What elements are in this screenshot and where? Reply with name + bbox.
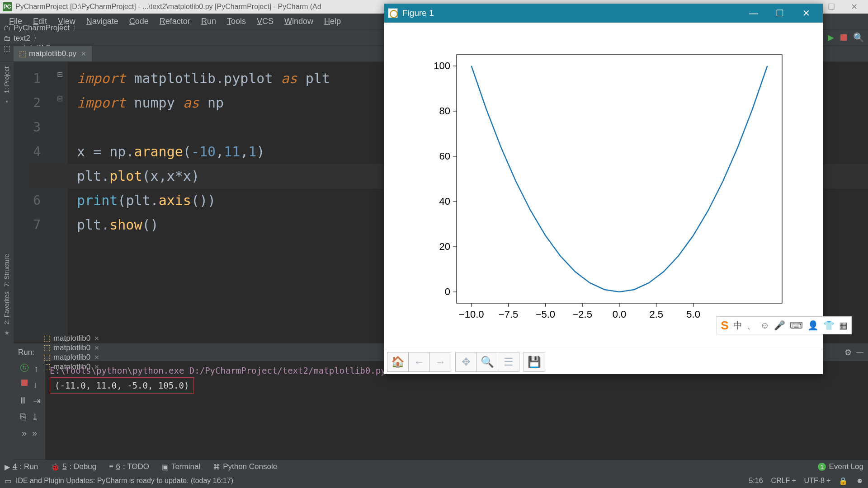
run-console[interactable]: E:\Tools\python\python.exe D:/PyCharmPro… [45, 361, 868, 460]
folder-icon: 🗀 [4, 34, 11, 42]
ime-item[interactable]: 中 [733, 319, 742, 332]
svg-text:40: 40 [439, 196, 450, 207]
tool-project-tab[interactable]: 1: Project [3, 66, 10, 93]
bottom-tab-terminal[interactable]: ▣Terminal [162, 462, 200, 471]
close-tab-icon[interactable]: ✕ [81, 50, 86, 57]
bottom-tab-run[interactable]: ▶4: Run [5, 462, 38, 471]
close-icon[interactable]: ✕ [94, 335, 99, 342]
close-icon[interactable]: ✕ [94, 354, 99, 361]
ime-item[interactable]: ⌨ [790, 320, 803, 331]
tab-icon: 🐞 [51, 463, 60, 471]
tab-icon: ▣ [162, 463, 169, 471]
search-everywhere-icon[interactable]: 🔍 [853, 32, 864, 43]
line-number: 3 [14, 115, 41, 140]
svg-rect-0 [457, 55, 782, 303]
bottom-tab-pythonconsole[interactable]: ⌘Python Console [213, 462, 277, 471]
more-icon[interactable]: » [32, 428, 37, 438]
run-side-toolbar: ↻ ↑ ↓ ⏸ ⇥ ⎘ ⤓ » » [14, 361, 45, 460]
run-config-tab[interactable]: ⬚matplotlib0✕ [43, 333, 99, 343]
down-arrow-icon[interactable]: ↓ [33, 380, 38, 390]
tool-favorites-tab[interactable]: 2: Favorites [3, 291, 10, 324]
zoom-icon[interactable]: 🔍 [476, 352, 498, 372]
figure-titlebar[interactable]: Figure 1 — ☐ ✕ [384, 4, 823, 23]
run-config-tab[interactable]: ⬚matplotlib0✕ [43, 343, 99, 352]
pause-icon[interactable]: ⏸ [19, 395, 28, 406]
run-output: (-11.0, 11.0, -5.0, 105.0) [50, 377, 194, 394]
plot-svg: 020406080100−10.0−7.5−5.0−2.50.02.55.0 [407, 28, 800, 344]
python-file-icon: ⬚ [19, 49, 26, 59]
menu-refactor[interactable]: Refactor [154, 17, 196, 26]
window-title: PyCharmProject [D:\PyCharmProject] - ...… [15, 3, 321, 11]
stop-icon[interactable] [21, 380, 28, 386]
home-icon[interactable]: 🏠 [387, 352, 409, 372]
os-maximize-icon[interactable]: ☐ [820, 2, 843, 12]
line-number: 6 [14, 188, 41, 213]
subplots-icon[interactable]: ☰ [498, 352, 519, 372]
line-number: 7 [14, 213, 41, 237]
svg-text:100: 100 [434, 60, 450, 71]
svg-text:20: 20 [439, 241, 450, 252]
svg-text:0: 0 [445, 286, 450, 297]
soft-wrap-icon[interactable]: ⇥ [33, 395, 41, 406]
menu-code[interactable]: Code [124, 17, 154, 26]
plot-canvas[interactable]: 020406080100−10.0−7.5−5.0−2.50.02.55.0 [384, 23, 823, 349]
file-encoding[interactable]: UTF-8 ÷ [804, 477, 831, 485]
stop-button-icon[interactable] [840, 34, 847, 41]
close-icon[interactable]: ✕ [793, 8, 819, 19]
left-tool-strip: 1: Project ▪ 7: Structure 2: Favorites ★ [0, 62, 14, 471]
bottom-tab-debug[interactable]: 🐞5: Debug [51, 462, 96, 471]
breadcrumb-item[interactable]: 🗀PyCharmProject〉 [4, 23, 83, 33]
hide-tool-icon[interactable]: — [856, 348, 863, 357]
pan-icon[interactable]: ✥ [455, 352, 477, 372]
save-icon[interactable]: 💾 [524, 352, 545, 372]
run-config-tab[interactable]: ⬚matplotlib0✕ [43, 352, 99, 362]
menu-navigate[interactable]: Navigate [81, 17, 124, 26]
tab-icon: ⌘ [213, 463, 220, 471]
line-separator[interactable]: CRLF ÷ [771, 477, 796, 485]
gutter: 1234567 [14, 62, 54, 342]
sogou-logo-icon: S [721, 319, 728, 333]
ime-item[interactable]: 👕 [823, 320, 835, 331]
event-log-tab[interactable]: 1Event Log [818, 462, 863, 471]
gear-icon[interactable]: ⚙ [844, 347, 852, 357]
menu-tools[interactable]: Tools [222, 17, 251, 26]
rerun-icon[interactable]: ↻ [20, 364, 28, 372]
run-button-icon[interactable]: ▶ [828, 33, 834, 42]
hector-icon[interactable]: ☻ [856, 477, 863, 485]
forward-icon[interactable]: → [429, 352, 451, 372]
python-file-icon: ⬚ [4, 44, 10, 52]
ime-item[interactable]: 👤 [807, 320, 819, 331]
tab-icon: ≡ [109, 463, 113, 471]
ime-toolbar[interactable]: S 中、☺🎤⌨👤👕▦ [717, 316, 852, 334]
notification-icon[interactable]: ▭ [5, 477, 11, 485]
bottom-tab-todo[interactable]: ≡6: TODO [109, 462, 149, 471]
more-icon[interactable]: » [22, 428, 27, 438]
run-label: Run: [18, 348, 34, 357]
menu-help[interactable]: Help [319, 17, 346, 26]
line-number: 2 [14, 91, 41, 115]
scroll-end-icon[interactable]: ⤓ [31, 412, 39, 422]
menu-run[interactable]: Run [196, 17, 222, 26]
fold-arrow-icon[interactable]: ⊟ [57, 94, 63, 103]
ime-item[interactable]: ☺ [760, 320, 769, 331]
os-close-icon[interactable]: ✕ [843, 2, 865, 12]
up-arrow-icon[interactable]: ↑ [34, 364, 38, 374]
svg-text:60: 60 [439, 150, 450, 162]
breadcrumb-item[interactable]: 🗀text2〉 [4, 33, 83, 43]
editor-tab[interactable]: ⬚ matplotlib0.py ✕ [14, 46, 92, 61]
readonly-lock-icon[interactable]: 🔒 [839, 477, 848, 485]
close-icon[interactable]: ✕ [94, 344, 99, 352]
bottom-tool-tabs: ▶4: Run🐞5: Debug≡6: TODO▣Terminal⌘Python… [0, 460, 868, 474]
editor-tab-label: matplotlib0.py [29, 49, 76, 58]
ime-item[interactable]: 、 [747, 319, 756, 332]
minimize-icon[interactable]: — [741, 8, 767, 19]
maximize-icon[interactable]: ☐ [767, 8, 793, 19]
menu-window[interactable]: Window [279, 17, 319, 26]
fold-arrow-icon[interactable]: ⊟ [57, 70, 63, 79]
export-icon[interactable]: ⎘ [20, 412, 26, 422]
tool-structure-tab[interactable]: 7: Structure [3, 254, 10, 286]
menu-vcs[interactable]: VCS [251, 17, 279, 26]
ime-item[interactable]: ▦ [839, 320, 848, 331]
back-icon[interactable]: ← [408, 352, 430, 372]
ime-item[interactable]: 🎤 [774, 320, 785, 331]
